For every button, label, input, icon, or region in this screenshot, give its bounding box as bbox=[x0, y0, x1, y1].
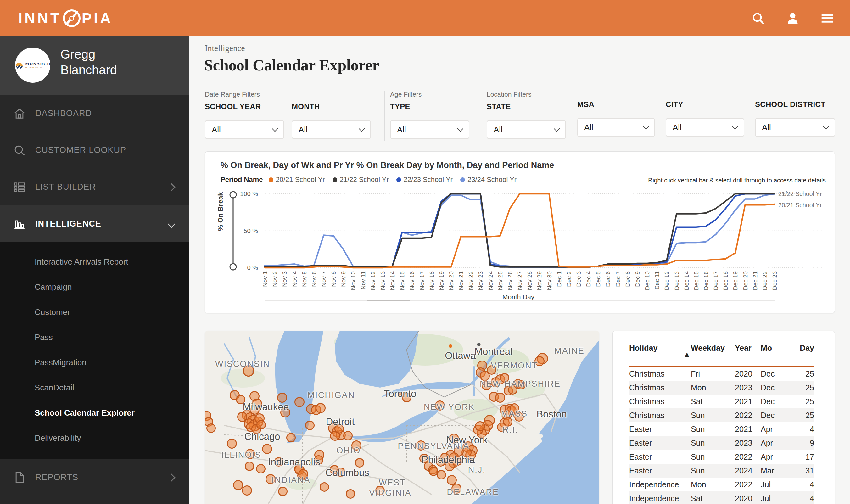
sidebar-subitem[interactable]: Interactive Arrivals Report bbox=[0, 249, 189, 274]
user-icon[interactable] bbox=[786, 11, 800, 25]
y-slider-handle-bottom[interactable] bbox=[230, 264, 236, 270]
menu-icon[interactable] bbox=[820, 11, 834, 25]
msa-select[interactable]: All bbox=[577, 118, 655, 137]
x-tick-label: Nov 26 bbox=[507, 271, 513, 290]
chart-scrollbar-thumb[interactable] bbox=[367, 300, 410, 301]
user-card[interactable]: MONARCH MOUNTAIN Gregg Blanchard bbox=[0, 36, 189, 95]
map-marker[interactable] bbox=[346, 489, 355, 499]
sidebar-subitem[interactable]: Pass bbox=[0, 325, 189, 350]
map-marker[interactable] bbox=[256, 420, 266, 429]
col-mo[interactable]: Mo bbox=[761, 344, 786, 353]
line-end-label: 20/21 School Yr bbox=[778, 202, 822, 209]
table-row[interactable]: IndependenceSat2020Jul4 bbox=[629, 491, 814, 504]
city-select[interactable]: All bbox=[666, 118, 744, 137]
breadcrumb[interactable]: Intelligence bbox=[205, 43, 245, 53]
type-select[interactable]: All bbox=[390, 120, 469, 139]
map-marker[interactable] bbox=[277, 393, 287, 403]
logo-text-prefix: INNT bbox=[18, 10, 62, 27]
table-row[interactable]: IndependenceMon2022Jul4 bbox=[629, 478, 814, 491]
map-label-city: Milwaukee bbox=[243, 401, 289, 413]
map-marker[interactable] bbox=[355, 458, 364, 468]
y-slider-handle-top[interactable] bbox=[230, 192, 236, 198]
col-holiday[interactable]: Holiday▲ bbox=[629, 344, 691, 356]
x-tick-label: Nov 6 bbox=[311, 271, 318, 287]
map-marker[interactable] bbox=[227, 438, 237, 449]
map-layer: WISCONSINMICHIGANILLINOISINDIANAOHIOPENN… bbox=[205, 331, 599, 504]
chevron-right-icon bbox=[167, 473, 175, 481]
col-year[interactable]: Year bbox=[735, 344, 761, 353]
map-marker[interactable] bbox=[294, 397, 305, 407]
map-marker[interactable] bbox=[343, 431, 352, 440]
school-district-select[interactable]: All bbox=[755, 118, 835, 137]
x-tick-label: Dec 14 bbox=[683, 271, 690, 290]
table-row[interactable]: ChristmasFri2020Dec25 bbox=[629, 367, 814, 381]
series-line[interactable] bbox=[265, 194, 775, 267]
table-header-row[interactable]: Holiday▲ Weekday Year Mo Day bbox=[629, 344, 814, 367]
sidebar-item-list-builder[interactable]: LIST BUILDER bbox=[0, 169, 189, 205]
table-row[interactable]: EasterSun2021Apr4 bbox=[629, 422, 814, 436]
table-row[interactable]: ChristmasSat2021Dec25 bbox=[629, 395, 814, 408]
search-icon[interactable] bbox=[751, 11, 765, 25]
series-line[interactable] bbox=[265, 194, 775, 267]
map-label-city: Columbus bbox=[325, 467, 369, 479]
sidebar-item-reports[interactable]: REPORTS bbox=[0, 459, 189, 496]
col-day[interactable]: Day bbox=[786, 344, 814, 353]
x-tick-label: Nov 11 bbox=[360, 271, 366, 290]
table-row[interactable]: ChristmasMon2023Dec25 bbox=[629, 381, 814, 395]
state-select[interactable]: All bbox=[487, 120, 566, 139]
line-chart[interactable]: 0 %50 %100 %Nov 1Nov 2Nov 3Nov 4Nov 5Nov… bbox=[205, 151, 835, 313]
month-select[interactable]: All bbox=[292, 120, 371, 139]
chevron-down-icon bbox=[643, 123, 649, 130]
table-row[interactable]: ChristmasSun2022Dec25 bbox=[629, 408, 814, 422]
series-line[interactable] bbox=[265, 194, 775, 267]
map-marker[interactable] bbox=[256, 464, 266, 473]
x-tick-label: Nov 24 bbox=[487, 271, 494, 290]
sidebar-subitem[interactable]: Campaign bbox=[0, 274, 189, 300]
table-row[interactable]: EasterSun2022Apr17 bbox=[629, 450, 814, 464]
map-marker[interactable] bbox=[242, 485, 252, 496]
sidebar-subitem[interactable]: ScanDetail bbox=[0, 375, 189, 400]
map-label-city: Toronto bbox=[384, 388, 416, 399]
map-marker[interactable] bbox=[315, 403, 326, 413]
series-line[interactable] bbox=[265, 194, 775, 268]
sidebar-item-customer-lookup[interactable]: CUSTOMER LOOKUP bbox=[0, 132, 189, 169]
map-small-dot bbox=[449, 344, 452, 348]
col-weekday[interactable]: Weekday bbox=[691, 344, 735, 353]
x-tick-label: Dec 2 bbox=[566, 271, 572, 287]
inntopia-logo[interactable]: INNTPIA bbox=[18, 10, 113, 27]
sidebar-subitem[interactable]: Customer bbox=[0, 300, 189, 325]
sidebar-item-dashboard[interactable]: DASHBOARD bbox=[0, 95, 189, 132]
map-marker[interactable] bbox=[262, 444, 272, 454]
table-row[interactable]: EasterSun2023Apr9 bbox=[629, 436, 814, 450]
map-card[interactable]: WISCONSINMICHIGANILLINOISINDIANAOHIOPENN… bbox=[205, 331, 599, 504]
x-tick-label: Nov 4 bbox=[291, 271, 298, 287]
map-marker[interactable] bbox=[206, 424, 216, 433]
map-marker[interactable] bbox=[495, 393, 505, 403]
sidebar-item-intelligence[interactable]: INTELLIGENCE bbox=[0, 205, 189, 242]
sidebar-item-configuration[interactable]: CONFIGURATION bbox=[0, 496, 189, 504]
map-marker[interactable] bbox=[233, 480, 243, 490]
sidebar-subitem[interactable]: School Calendar Explorer bbox=[0, 400, 189, 425]
school-year-select[interactable]: All bbox=[205, 120, 284, 139]
table-cell: 25 bbox=[786, 370, 814, 378]
school-year-label: SCHOOL YEAR bbox=[205, 102, 261, 111]
sidebar-subitem[interactable]: PassMigration bbox=[0, 350, 189, 375]
table-cell: 25 bbox=[786, 383, 814, 392]
sidebar-subitem[interactable]: Deliverability bbox=[0, 425, 189, 451]
map-marker[interactable] bbox=[429, 467, 438, 476]
x-tick-label: Nov 19 bbox=[438, 271, 445, 290]
map-marker[interactable] bbox=[305, 421, 314, 430]
x-tick-label: Dec 12 bbox=[664, 271, 670, 290]
chart-scrollbar-track[interactable] bbox=[265, 300, 775, 301]
map-marker[interactable] bbox=[475, 421, 485, 431]
map-marker[interactable] bbox=[237, 412, 247, 422]
holiday-table: Holiday▲ Weekday Year Mo Day ChristmasFr… bbox=[629, 344, 814, 504]
map-marker[interactable] bbox=[245, 462, 254, 471]
org-name: MONARCH bbox=[25, 62, 51, 66]
table-row[interactable]: EasterSun2024Mar31 bbox=[629, 464, 814, 478]
map-marker[interactable] bbox=[278, 487, 288, 496]
map-marker[interactable] bbox=[320, 482, 329, 492]
map-label-state: N.J. bbox=[468, 465, 486, 474]
map-label-city: Ottawa bbox=[445, 350, 476, 361]
map-marker[interactable] bbox=[286, 433, 296, 442]
